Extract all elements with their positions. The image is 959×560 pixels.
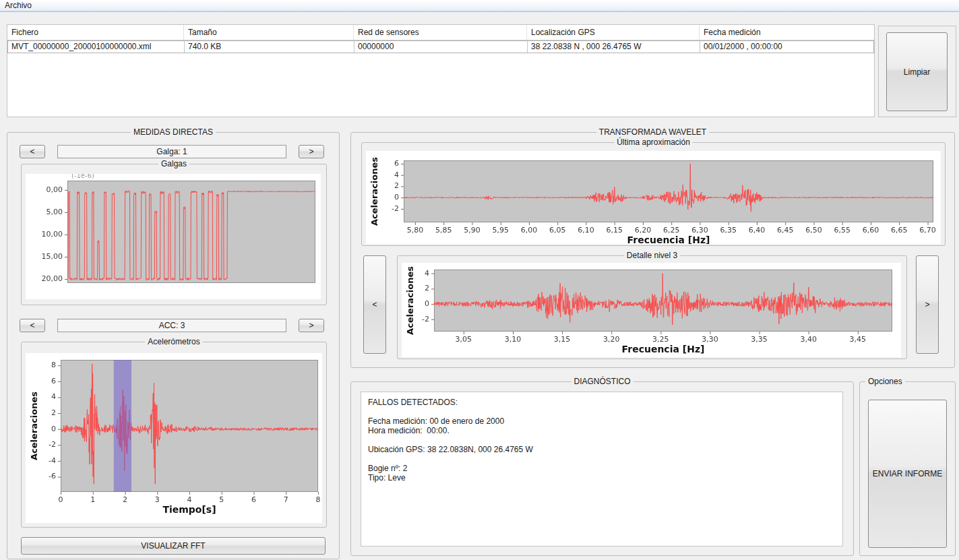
medidas-directas-title: MEDIDAS DIRECTAS <box>131 127 216 137</box>
column-header-4[interactable]: Fecha medición <box>700 25 874 40</box>
visualizar-fft-button[interactable]: VISUALIZAR FFT <box>21 537 326 555</box>
table-cell: 00000000 <box>354 41 528 53</box>
galgas-group: Galgas <box>21 164 327 305</box>
galga-prev-button[interactable]: < <box>20 145 45 158</box>
detalle-nivel-chart <box>402 263 901 357</box>
menu-archivo[interactable]: Archivo <box>0 0 36 11</box>
galga-selector-field[interactable]: Galga: 1 <box>57 145 286 158</box>
menu-bar: Archivo <box>0 0 959 12</box>
opciones-title: Opciones <box>865 377 905 386</box>
acelerometros-group-title: Acelerómetros <box>145 337 202 346</box>
column-header-0[interactable]: Fichero <box>7 25 184 40</box>
table-cell: MVT_00000000_20000100000000.xml <box>8 41 185 53</box>
detalle-next-button[interactable]: > <box>916 255 939 354</box>
table-row[interactable]: MVT_00000000_20000100000000.xml740.0 KB0… <box>7 40 874 53</box>
ultima-aproximacion-chart <box>366 151 941 244</box>
table-cell: 00/01/2000 , 00:00:00 <box>700 41 873 53</box>
transformada-wavelet-group: TRANSFORMADA WAVELET Última aproximación… <box>350 132 955 368</box>
ultima-aproximacion-title: Última aproximación <box>614 137 693 147</box>
column-header-2[interactable]: Red de sensores <box>354 25 527 40</box>
medidas-directas-group: MEDIDAS DIRECTAS < Galga: 1 > Galgas < A… <box>7 132 340 559</box>
detalle-nivel-title: Detalle nivel 3 <box>624 251 680 260</box>
enviar-informe-button[interactable]: ENVIAR INFORME <box>868 400 947 548</box>
ultima-aproximacion-group: Última aproximación <box>361 142 946 246</box>
diagnostico-title: DIAGNÓSTICO <box>571 377 633 386</box>
opciones-group: Opciones ENVIAR INFORME <box>859 381 956 556</box>
acelerometros-group: Acelerómetros <box>21 342 327 528</box>
file-table-panel: FicheroTamañoRed de sensoresLocalización… <box>7 24 875 117</box>
acc-next-button[interactable]: > <box>299 319 324 332</box>
column-header-3[interactable]: Localización GPS <box>527 25 700 40</box>
file-table-header: FicheroTamañoRed de sensoresLocalización… <box>7 25 874 40</box>
transformada-wavelet-title: TRANSFORMADA WAVELET <box>596 127 709 137</box>
galgas-group-title: Galgas <box>158 159 189 168</box>
acc-selector-field[interactable]: ACC: 3 <box>57 319 286 332</box>
limpiar-panel: Limpiar <box>878 26 956 117</box>
file-table-body: MVT_00000000_20000100000000.xml740.0 KB0… <box>7 40 874 53</box>
diagnostico-group: DIAGNÓSTICO FALLOS DETECTADOS: Fecha med… <box>350 381 854 556</box>
galga-next-button[interactable]: > <box>299 145 324 158</box>
table-cell: 740.0 KB <box>185 41 354 53</box>
detalle-nivel-group: Detalle nivel 3 <box>397 255 907 359</box>
acc-prev-button[interactable]: < <box>20 319 45 332</box>
limpiar-button[interactable]: Limpiar <box>886 32 948 111</box>
table-cell: 38 22.0838 N , 000 26.4765 W <box>528 41 700 53</box>
column-header-1[interactable]: Tamaño <box>184 25 354 40</box>
detalle-prev-button[interactable]: < <box>363 255 386 354</box>
diagnostico-textarea[interactable]: FALLOS DETECTADOS: Fecha medición: 00 de… <box>361 392 843 547</box>
galgas-chart <box>26 174 321 299</box>
acelerometros-chart <box>26 353 322 523</box>
